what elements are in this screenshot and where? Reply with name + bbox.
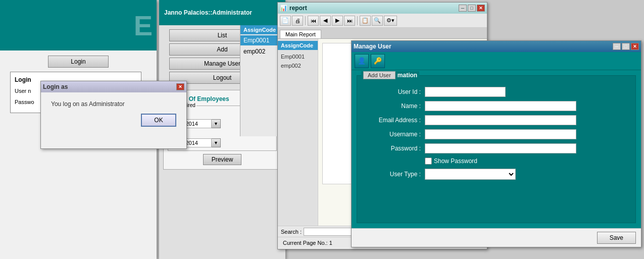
manage-user-window: Manage User ─ □ ✕ 👤 🔑 Add User mation Us…: [351, 40, 641, 247]
password-field-label: Password :: [365, 145, 421, 152]
username-field-label: Username :: [365, 131, 421, 138]
login-dialog-title: Login as: [43, 83, 68, 90]
emp-panel-header-user: Janno Palacios::Administrator: [164, 9, 252, 16]
user-id-label: User Id :: [365, 88, 421, 95]
report-tabs: Main Report: [278, 28, 487, 39]
report-last-btn[interactable]: ⏭: [344, 16, 355, 26]
manage-user-toolbar: 👤 🔑: [352, 52, 641, 70]
login-dialog-buttons: OK: [51, 114, 176, 127]
login-dialog-titlebar: Login as ✕: [41, 81, 186, 92]
manage-user-maximize-btn[interactable]: □: [622, 43, 630, 50]
email-input[interactable]: [425, 115, 576, 125]
manage-user-icon-btn1[interactable]: 👤: [355, 54, 369, 68]
manage-user-section-title: Add User mation: [361, 71, 419, 79]
user-id-input[interactable]: [425, 87, 506, 97]
report-search-btn[interactable]: 🔍: [372, 16, 383, 26]
report-print-btn[interactable]: 📄: [280, 16, 291, 26]
report-assign-emp002[interactable]: emp002: [278, 61, 318, 70]
app-header-title: E: [134, 9, 153, 42]
name-label: Name :: [365, 102, 421, 110]
report-maximize-btn[interactable]: □: [468, 5, 476, 12]
password-label: Passwo: [15, 99, 40, 105]
manage-user-icon-btn2[interactable]: 🔑: [371, 54, 385, 68]
section-title-text: mation: [398, 72, 417, 79]
manage-user-section: Add User mation User Id : Name : Email A…: [357, 75, 636, 223]
user-type-label: User Type :: [365, 171, 421, 178]
report-close-btn[interactable]: ✕: [477, 5, 485, 12]
name-input[interactable]: [425, 101, 576, 111]
main-report-tab[interactable]: Main Report: [280, 30, 321, 38]
email-label: Email Address :: [365, 117, 421, 124]
login-button[interactable]: Login: [48, 56, 109, 68]
username-field-input[interactable]: [425, 129, 576, 139]
user-type-select[interactable]: [425, 169, 516, 180]
report-next-btn[interactable]: ▶: [332, 16, 343, 26]
report-assign-header: AssignCode: [278, 41, 318, 50]
manage-user-body: Add User mation User Id : Name : Email A…: [352, 70, 641, 228]
show-password-row: Show Password: [425, 158, 477, 165]
report-first-btn[interactable]: ⏮: [308, 16, 319, 26]
search-label: Search :: [281, 229, 302, 235]
report-toolbar: 📄 🖨 ⏮ ◀ ▶ ⏭ 📋 🔍 ⚙▾: [278, 14, 487, 28]
login-dialog: Login as ✕ You log on as Administrator O…: [40, 81, 187, 149]
login-dialog-body: You log on as Administrator OK: [41, 92, 186, 132]
manage-user-titlebar: Manage User ─ □ ✕: [352, 41, 641, 52]
to-calendar-btn[interactable]: ▼: [212, 138, 221, 147]
from-calendar-btn[interactable]: ▼: [212, 119, 221, 128]
report-title: report: [289, 5, 307, 12]
manage-user-footer: Save: [352, 228, 641, 246]
report-prev-btn[interactable]: ◀: [320, 16, 331, 26]
manage-user-title: Manage User: [354, 43, 391, 50]
login-dialog-close-btn[interactable]: ✕: [176, 83, 184, 90]
login-dialog-message: You log on as Administrator: [51, 100, 176, 108]
report-minimize-btn[interactable]: ─: [459, 5, 467, 12]
save-button[interactable]: Save: [597, 232, 636, 244]
username-label: User n: [15, 88, 40, 94]
report-settings-btn[interactable]: ⚙▾: [384, 16, 397, 26]
login-dialog-ok-btn[interactable]: OK: [141, 114, 176, 127]
manage-user-close-btn[interactable]: ✕: [631, 43, 639, 50]
show-password-checkbox[interactable]: [425, 158, 432, 165]
report-icon: 📊: [280, 5, 287, 12]
report-titlebar: 📊 report ─ □ ✕: [278, 3, 487, 14]
add-user-inline-btn[interactable]: Add User: [363, 71, 395, 79]
show-password-label: Show Password: [434, 158, 477, 165]
report-assign-emp0001[interactable]: Emp0001: [278, 52, 318, 61]
password-field-input[interactable]: [425, 143, 576, 153]
manage-user-minimize-btn[interactable]: ─: [613, 43, 621, 50]
report-left-panel: AssignCode Emp0001 emp002: [278, 39, 318, 226]
preview-button[interactable]: Preview: [203, 154, 242, 165]
current-page-status: Current Page No.: 1: [283, 240, 332, 246]
report-export-btn[interactable]: 🖨: [292, 16, 303, 26]
report-copy-btn[interactable]: 📋: [360, 16, 371, 26]
